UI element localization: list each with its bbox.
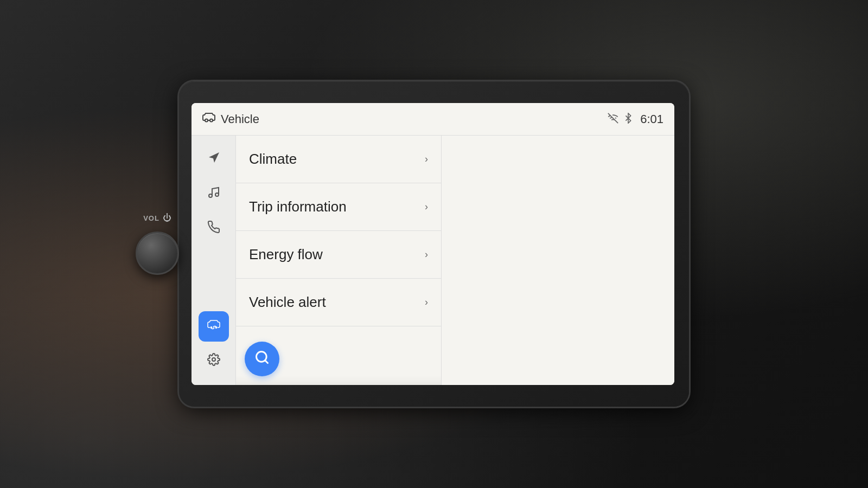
music-icon [207,186,220,202]
main-content: Climate › Trip information › Energy flow… [236,136,441,385]
screen-header: Vehicle [192,103,674,136]
sidebar-item-navigation[interactable] [199,144,229,175]
vol-label: VOL [143,214,159,222]
search-fab-icon [254,350,270,369]
sidebar-item-settings[interactable] [199,346,229,376]
trip-information-label: Trip information [249,198,347,215]
navigation-icon [207,151,220,168]
no-wifi-icon [608,113,618,126]
header-title: Vehicle [221,112,259,126]
menu-item-vehicle-alert[interactable]: Vehicle alert › [236,279,441,326]
energy-flow-chevron: › [425,249,428,260]
sidebar [192,136,236,385]
vehicle-alert-chevron: › [425,297,428,308]
main-knob[interactable] [136,232,179,275]
menu-item-trip-information[interactable]: Trip information › [236,183,441,231]
sidebar-item-music[interactable] [199,179,229,209]
vehicle-sidebar-icon [207,318,220,335]
bluetooth-icon [623,113,634,126]
svg-marker-4 [209,152,219,163]
header-left: Vehicle [202,111,608,127]
svg-point-8 [215,326,217,329]
header-right: 6:01 [608,112,663,126]
climate-label: Climate [249,151,297,168]
sidebar-item-phone[interactable] [199,214,229,244]
trip-information-chevron: › [425,201,428,213]
time-display: 6:01 [640,112,663,126]
svg-point-5 [209,194,212,197]
svg-point-7 [210,326,212,329]
screen: Vehicle [192,103,674,385]
svg-point-9 [212,358,215,361]
settings-icon [207,353,220,369]
svg-point-6 [215,193,219,196]
screen-body: Climate › Trip information › Energy flow… [192,136,674,385]
energy-flow-label: Energy flow [249,246,323,263]
power-icon: ⏻ [163,213,171,223]
sidebar-item-vehicle[interactable] [199,311,229,342]
climate-chevron: › [425,153,428,165]
vehicle-alert-label: Vehicle alert [249,294,326,311]
search-fab-button[interactable] [245,342,279,376]
svg-point-1 [210,119,213,122]
right-panel [441,136,674,385]
svg-point-0 [205,119,208,122]
vehicle-header-icon [202,111,215,127]
head-unit: VOL ⏻ Vehicle [179,81,689,407]
left-controls: VOL ⏻ [136,213,179,275]
svg-line-11 [265,360,267,363]
menu-item-climate[interactable]: Climate › [236,136,441,183]
phone-icon [207,221,220,237]
menu-item-energy-flow[interactable]: Energy flow › [236,231,441,279]
